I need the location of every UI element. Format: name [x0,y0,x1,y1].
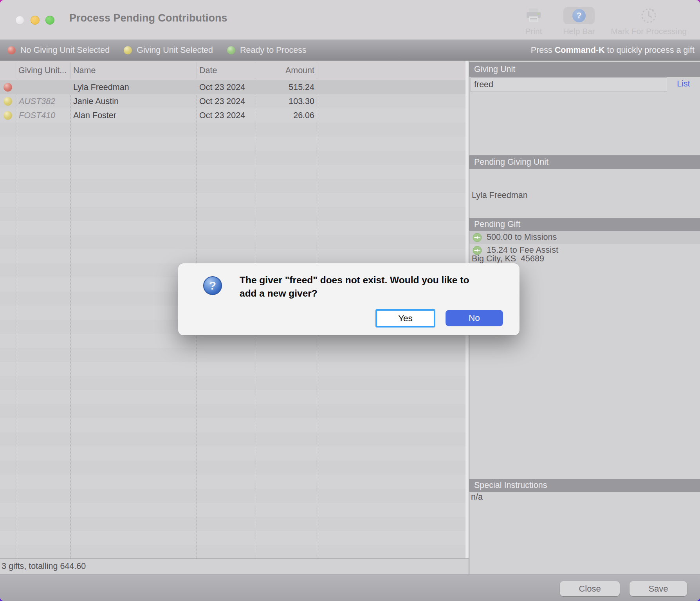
pending-gift-section-header: Pending Gift [469,218,700,231]
pending-giving-unit-section-header: Pending Giving Unit [469,155,700,169]
pending-gift-item[interactable]: 15.24 to Fee Assist [469,244,700,257]
giving-unit-section-header: Giving Unit [469,62,700,77]
column-divider [70,80,71,558]
giving-unit-cell: AUST382 [19,94,55,108]
name-cell: Janie Austin [73,94,119,108]
yellow-status-icon [124,46,132,54]
app-window: Process Pending Contributions Print ? He… [0,0,700,601]
red-status-icon [7,46,16,54]
table-row[interactable]: FOST410 Alan Foster Oct 23 2024 26.06 [0,108,465,122]
close-button[interactable]: Close [560,581,620,596]
legend-item-giving-unit-selected: Giving Unit Selected [124,45,213,55]
help-bar-button[interactable]: ? Help Bar [555,6,603,36]
column-divider [16,80,16,558]
date-cell: Oct 23 2024 [199,108,245,122]
amount-cell: 26.06 [255,108,316,122]
window-zoom-button[interactable] [45,16,54,25]
column-header-giving-unit[interactable]: Giving Unit... [18,61,67,80]
gift-arrow-icon [473,246,482,255]
no-button[interactable]: No [446,310,503,326]
green-status-icon [227,46,235,54]
printer-icon [516,6,551,25]
mark-for-processing-button[interactable]: Mark For Processing [606,6,691,36]
gifts-total-status: 3 gifts, totalling 644.60 [0,558,469,574]
column-header-amount[interactable]: Amount [255,61,316,80]
dialog-message-line: The giver "freed" does not exist. Would … [240,274,506,287]
help-icon: ? [555,6,603,25]
column-header-name[interactable]: Name [73,61,96,80]
yes-button[interactable]: Yes [375,309,435,327]
legend-label: Ready to Process [240,45,307,55]
clock-icon [606,6,691,25]
gift-item-label: 500.00 to Missions [487,232,557,242]
yellow-status-icon [4,111,12,120]
amount-cell: 103.30 [255,94,316,108]
dialog-message: The giver "freed" does not exist. Would … [240,274,506,300]
dialog-message-line: add a new giver? [240,287,506,300]
add-giver-dialog: ? The giver "freed" does not exist. Woul… [178,263,520,335]
giving-unit-cell: FOST410 [19,108,55,122]
gift-item-label: 15.24 to Fee Assist [487,245,558,255]
amount-cell: 515.24 [255,80,316,94]
title-bar: Process Pending Contributions Print ? He… [0,0,700,40]
legend-label: No Giving Unit Selected [20,45,110,55]
save-button[interactable]: Save [630,581,687,596]
date-cell: Oct 23 2024 [199,94,245,108]
special-instructions-value: n/a [471,492,483,502]
column-header-date[interactable]: Date [199,61,217,80]
giving-unit-input[interactable] [471,77,667,92]
date-cell: Oct 23 2024 [199,80,245,94]
address-line: Lyla Freedman [472,190,544,201]
gift-arrow-icon [473,233,482,242]
keyboard-shortcut-hint: Press Command-K to quickly process a gif… [531,45,700,55]
red-status-icon [4,83,12,92]
footer-bar: Close Save [0,574,700,601]
shortcut-key: Command-K [555,45,605,55]
legend-item-ready-to-process: Ready to Process [227,45,307,55]
print-label: Print [516,27,551,36]
table-row[interactable]: AUST382 Janie Austin Oct 23 2024 103.30 [0,94,465,108]
table-row[interactable]: Lyla Freedman Oct 23 2024 515.24 [0,80,465,94]
help-bar-label: Help Bar [555,27,603,36]
status-legend-bar: No Giving Unit Selected Giving Unit Sele… [0,40,700,61]
question-mark-icon: ? [203,276,222,295]
mark-for-processing-label: Mark For Processing [606,27,691,36]
special-instructions-section-header: Special Instructions [469,479,700,492]
pending-gift-item[interactable]: 500.00 to Missions [469,231,700,244]
table-header: Giving Unit... Name Date Amount [0,61,465,80]
list-link[interactable]: List [677,79,690,89]
legend-item-no-giving-unit: No Giving Unit Selected [7,45,110,55]
name-cell: Alan Foster [73,108,116,122]
yellow-status-icon [4,97,12,106]
window-minimize-button[interactable] [31,16,40,25]
window-close-button[interactable] [15,16,24,25]
legend-label: Giving Unit Selected [137,45,213,55]
print-button[interactable]: Print [516,6,551,36]
name-cell: Lyla Freedman [73,80,129,94]
window-title: Process Pending Contributions [69,12,227,24]
